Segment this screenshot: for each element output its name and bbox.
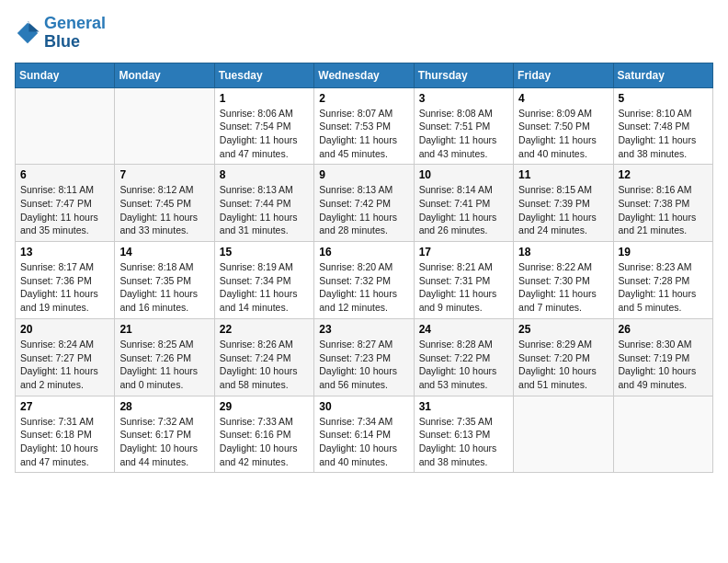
calendar-cell: 22Sunrise: 8:26 AM Sunset: 7:24 PM Dayli…	[214, 318, 313, 396]
day-number: 22	[220, 323, 309, 336]
day-number: 1	[220, 92, 309, 105]
svg-marker-1	[28, 21, 40, 31]
calendar-cell: 1Sunrise: 8:06 AM Sunset: 7:54 PM Daylig…	[214, 87, 313, 165]
calendar-cell: 30Sunrise: 7:34 AM Sunset: 6:14 PM Dayli…	[314, 396, 414, 473]
calendar-cell: 7Sunrise: 8:12 AM Sunset: 7:45 PM Daylig…	[115, 165, 214, 242]
calendar-week-row: 6Sunrise: 8:11 AM Sunset: 7:47 PM Daylig…	[16, 165, 713, 242]
calendar-cell: 26Sunrise: 8:30 AM Sunset: 7:19 PM Dayli…	[613, 318, 712, 396]
calendar-cell: 2Sunrise: 8:07 AM Sunset: 7:53 PM Daylig…	[314, 87, 414, 165]
day-info: Sunrise: 7:33 AM Sunset: 6:16 PM Dayligh…	[220, 415, 309, 469]
day-info: Sunrise: 8:30 AM Sunset: 7:19 PM Dayligh…	[619, 338, 708, 392]
day-number: 6	[20, 168, 109, 181]
day-number: 28	[119, 400, 209, 413]
day-number: 7	[119, 168, 209, 181]
calendar-cell: 19Sunrise: 8:23 AM Sunset: 7:28 PM Dayli…	[613, 242, 712, 319]
day-number: 21	[119, 323, 209, 336]
day-info: Sunrise: 8:13 AM Sunset: 7:44 PM Dayligh…	[220, 183, 309, 237]
calendar-header: SundayMondayTuesdayWednesdayThursdayFrid…	[16, 63, 713, 87]
calendar-cell	[613, 396, 712, 473]
calendar-cell: 31Sunrise: 7:35 AM Sunset: 6:13 PM Dayli…	[414, 396, 513, 473]
day-number: 11	[518, 168, 608, 181]
calendar-week-row: 13Sunrise: 8:17 AM Sunset: 7:36 PM Dayli…	[16, 242, 713, 319]
calendar-table: SundayMondayTuesdayWednesdayThursdayFrid…	[15, 63, 713, 474]
calendar-cell: 8Sunrise: 8:13 AM Sunset: 7:44 PM Daylig…	[214, 165, 313, 242]
day-number: 13	[20, 246, 109, 259]
day-number: 23	[319, 323, 408, 336]
calendar-cell: 23Sunrise: 8:27 AM Sunset: 7:23 PM Dayli…	[314, 318, 414, 396]
calendar-cell: 10Sunrise: 8:14 AM Sunset: 7:41 PM Dayli…	[414, 165, 513, 242]
calendar-cell	[514, 396, 613, 473]
day-info: Sunrise: 7:32 AM Sunset: 6:17 PM Dayligh…	[119, 415, 209, 469]
weekday-header: Sunday	[16, 63, 115, 87]
day-number: 3	[419, 92, 508, 105]
calendar-cell: 6Sunrise: 8:11 AM Sunset: 7:47 PM Daylig…	[16, 165, 115, 242]
day-info: Sunrise: 8:08 AM Sunset: 7:51 PM Dayligh…	[419, 107, 508, 161]
day-number: 10	[419, 168, 508, 181]
calendar-cell: 24Sunrise: 8:28 AM Sunset: 7:22 PM Dayli…	[414, 318, 513, 396]
calendar-cell: 25Sunrise: 8:29 AM Sunset: 7:20 PM Dayli…	[514, 318, 613, 396]
calendar-cell: 9Sunrise: 8:13 AM Sunset: 7:42 PM Daylig…	[314, 165, 414, 242]
weekday-header: Saturday	[613, 63, 712, 87]
weekday-header: Wednesday	[314, 63, 414, 87]
day-number: 25	[518, 323, 608, 336]
logo: General Blue	[15, 15, 106, 52]
calendar-cell: 14Sunrise: 8:18 AM Sunset: 7:35 PM Dayli…	[115, 242, 214, 319]
day-info: Sunrise: 7:31 AM Sunset: 6:18 PM Dayligh…	[20, 415, 109, 469]
day-info: Sunrise: 8:07 AM Sunset: 7:53 PM Dayligh…	[319, 107, 408, 161]
calendar-cell	[115, 87, 214, 165]
day-number: 14	[119, 246, 209, 259]
day-info: Sunrise: 8:15 AM Sunset: 7:39 PM Dayligh…	[518, 183, 608, 237]
day-number: 8	[220, 168, 309, 181]
weekday-header: Friday	[514, 63, 613, 87]
day-number: 15	[220, 246, 309, 259]
logo-text: General Blue	[44, 15, 106, 52]
day-info: Sunrise: 8:22 AM Sunset: 7:30 PM Dayligh…	[518, 260, 608, 315]
day-info: Sunrise: 8:13 AM Sunset: 7:42 PM Dayligh…	[319, 183, 408, 237]
calendar-cell: 18Sunrise: 8:22 AM Sunset: 7:30 PM Dayli…	[514, 242, 613, 319]
calendar-cell: 27Sunrise: 7:31 AM Sunset: 6:18 PM Dayli…	[16, 396, 115, 473]
day-number: 31	[419, 400, 508, 413]
calendar-cell: 29Sunrise: 7:33 AM Sunset: 6:16 PM Dayli…	[214, 396, 313, 473]
day-info: Sunrise: 8:11 AM Sunset: 7:47 PM Dayligh…	[20, 183, 109, 237]
day-number: 16	[319, 246, 408, 259]
day-info: Sunrise: 8:25 AM Sunset: 7:26 PM Dayligh…	[119, 338, 209, 392]
logo-icon	[15, 20, 40, 46]
day-info: Sunrise: 7:34 AM Sunset: 6:14 PM Dayligh…	[319, 415, 408, 469]
day-info: Sunrise: 8:26 AM Sunset: 7:24 PM Dayligh…	[220, 338, 309, 392]
page-header: General Blue	[15, 15, 713, 52]
calendar-cell: 11Sunrise: 8:15 AM Sunset: 7:39 PM Dayli…	[514, 165, 613, 242]
calendar-cell: 16Sunrise: 8:20 AM Sunset: 7:32 PM Dayli…	[314, 242, 414, 319]
day-number: 2	[319, 92, 408, 105]
calendar-week-row: 1Sunrise: 8:06 AM Sunset: 7:54 PM Daylig…	[16, 87, 713, 165]
day-number: 24	[419, 323, 508, 336]
day-number: 26	[619, 323, 708, 336]
calendar-cell: 15Sunrise: 8:19 AM Sunset: 7:34 PM Dayli…	[214, 242, 313, 319]
calendar-cell: 28Sunrise: 7:32 AM Sunset: 6:17 PM Dayli…	[115, 396, 214, 473]
calendar-cell: 17Sunrise: 8:21 AM Sunset: 7:31 PM Dayli…	[414, 242, 513, 319]
calendar-cell: 5Sunrise: 8:10 AM Sunset: 7:48 PM Daylig…	[613, 87, 712, 165]
day-info: Sunrise: 8:09 AM Sunset: 7:50 PM Dayligh…	[518, 107, 608, 161]
calendar-cell: 13Sunrise: 8:17 AM Sunset: 7:36 PM Dayli…	[16, 242, 115, 319]
day-number: 20	[20, 323, 109, 336]
day-number: 4	[518, 92, 608, 105]
day-info: Sunrise: 8:27 AM Sunset: 7:23 PM Dayligh…	[319, 338, 408, 392]
day-info: Sunrise: 8:16 AM Sunset: 7:38 PM Dayligh…	[619, 183, 708, 237]
day-info: Sunrise: 8:23 AM Sunset: 7:28 PM Dayligh…	[619, 260, 708, 315]
day-info: Sunrise: 8:18 AM Sunset: 7:35 PM Dayligh…	[119, 260, 209, 315]
svg-marker-0	[17, 23, 38, 43]
day-info: Sunrise: 8:12 AM Sunset: 7:45 PM Dayligh…	[119, 183, 209, 237]
calendar-cell	[16, 87, 115, 165]
calendar-week-row: 20Sunrise: 8:24 AM Sunset: 7:27 PM Dayli…	[16, 318, 713, 396]
day-info: Sunrise: 8:29 AM Sunset: 7:20 PM Dayligh…	[518, 338, 608, 392]
weekday-header: Monday	[115, 63, 214, 87]
day-number: 27	[20, 400, 109, 413]
day-number: 30	[319, 400, 408, 413]
day-number: 29	[220, 400, 309, 413]
day-number: 5	[619, 92, 708, 105]
calendar-week-row: 27Sunrise: 7:31 AM Sunset: 6:18 PM Dayli…	[16, 396, 713, 473]
calendar-cell: 12Sunrise: 8:16 AM Sunset: 7:38 PM Dayli…	[613, 165, 712, 242]
day-number: 17	[419, 246, 508, 259]
day-info: Sunrise: 8:10 AM Sunset: 7:48 PM Dayligh…	[619, 107, 708, 161]
day-number: 9	[319, 168, 408, 181]
calendar-cell: 20Sunrise: 8:24 AM Sunset: 7:27 PM Dayli…	[16, 318, 115, 396]
